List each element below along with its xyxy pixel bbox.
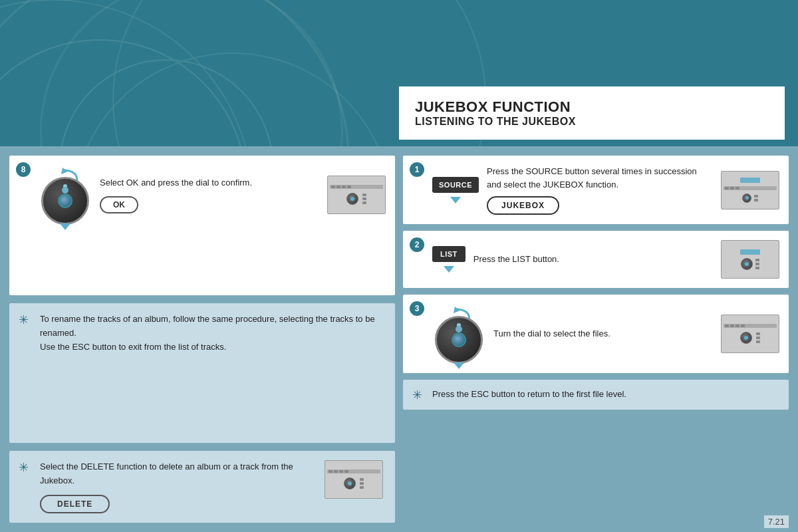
step-3-text: Turn the dial to select the files. (493, 327, 713, 340)
d-btn-1 (725, 187, 729, 190)
d-btn-5 (754, 199, 758, 201)
svg-point-3 (73, 53, 392, 146)
tip-1-text: To rename the tracks of an album, follow… (40, 313, 383, 354)
d-btn-9 (725, 325, 729, 327)
step-1-device (721, 171, 779, 209)
step-3-dial (435, 316, 483, 364)
device-right-btn-2 (362, 198, 366, 200)
tip-1-icon: ✳ (19, 313, 29, 327)
left-column: 8 Select OK and press the dial to confi (9, 156, 395, 523)
device-btn-8 (344, 470, 348, 473)
tip-2-content-area: Select the DELETE function to delete an … (40, 460, 317, 513)
step-3-content: Turn the dial to select the files. (432, 304, 779, 364)
device-right-btn-1 (362, 194, 366, 196)
tip-2-card: ✳ Select the DELETE function to delete a… (9, 451, 395, 523)
device-btn-3 (342, 186, 346, 188)
step-8-badge: 8 (16, 162, 31, 177)
tip-2-device (325, 460, 383, 499)
device-buttons-col-2 (360, 478, 364, 489)
tip-3-card: ✳ Press the ESC button to return to the … (403, 380, 789, 410)
step-8-dial-container (39, 165, 92, 225)
svg-marker-6 (454, 307, 460, 313)
device-buttons-col (362, 194, 366, 204)
device-btn-2 (336, 186, 340, 188)
dial-knob (41, 177, 89, 225)
device-btn-6 (334, 470, 338, 473)
device-screen-2 (740, 249, 760, 255)
device-right-btn-3 (362, 201, 366, 204)
step-8-text: Select OK and press the dial to confirm. (100, 176, 319, 190)
d-btn-14 (756, 336, 760, 339)
page-number: 7.21 (764, 515, 789, 528)
source-button: SOURCE (432, 177, 479, 193)
d-btn-col-5 (756, 332, 760, 343)
step-8-device (327, 176, 386, 214)
device-lower-2 (741, 258, 759, 270)
step-2-list-area: LIST (432, 246, 466, 273)
device-top-row-2 (327, 469, 380, 473)
device-lower (742, 194, 758, 203)
tip-3-text: Press the ESC button to return to the fi… (432, 388, 626, 402)
svg-point-2 (0, 0, 253, 146)
d-btn-10 (730, 325, 734, 327)
step-3-device (721, 315, 779, 353)
device-btn-1 (331, 186, 335, 188)
step-2-text: Press the LIST button. (473, 253, 713, 266)
d-btn-col-3 (754, 195, 758, 201)
d-btn-4 (754, 195, 758, 198)
step-1-text: Press the SOURCE button several times in… (487, 165, 713, 191)
d-btn-7 (755, 263, 759, 265)
d-btn-2 (730, 187, 734, 190)
svg-marker-5 (61, 168, 68, 174)
device-dial (346, 193, 358, 205)
step-2-device (721, 240, 779, 279)
delete-button-label: DELETE (40, 495, 110, 513)
tip-2-text: Select the DELETE function to delete an … (40, 460, 317, 488)
step-8-card: 8 Select OK and press the dial to confi (9, 156, 395, 295)
d-btn-6 (755, 259, 759, 261)
title-box: JUKEBOX FUNCTION LISTENING TO THE JUKEBO… (399, 86, 785, 140)
device-btn-7 (339, 470, 343, 473)
device-btn-5 (329, 470, 332, 473)
d-btn-11 (735, 325, 739, 327)
step-8-text-area: Select OK and press the dial to confirm.… (100, 176, 319, 213)
step-2-badge: 2 (410, 237, 424, 252)
d-dial-4 (741, 258, 753, 270)
list-up-arrow (444, 266, 454, 273)
device-mid-row (346, 193, 366, 205)
d-btn-col-4 (755, 259, 759, 269)
step-1-badge: 1 (410, 162, 424, 177)
svg-point-0 (0, 40, 246, 146)
device-btn-4 (347, 186, 351, 188)
d-dial-3 (742, 194, 751, 203)
step-3-badge: 3 (410, 301, 424, 316)
tip-2-icon: ✳ (19, 460, 29, 475)
tip-1-card: ✳ To rename the tracks of an album, foll… (9, 303, 395, 443)
content-area: 8 Select OK and press the dial to confi (0, 146, 798, 532)
page-title-sub: LISTENING TO THE JUKEBOX (415, 116, 769, 128)
up-arrow-icon (60, 223, 70, 230)
jukebox-label: JUKEBOX (487, 196, 559, 215)
source-up-arrow (450, 197, 461, 203)
step-3-up-arrow (454, 362, 464, 369)
d-btn-8 (755, 267, 759, 269)
list-button: LIST (432, 246, 466, 262)
device-row-4 (724, 324, 777, 328)
d-btn-12 (741, 325, 745, 327)
device-right-btn-4 (360, 478, 364, 481)
step-1-content: SOURCE Press the SOURCE button several t… (432, 165, 779, 215)
step-3-dial-container (432, 304, 485, 364)
step-3-card: 3 Turn the dial to select the files. (403, 295, 789, 373)
step-1-card: 1 SOURCE Press the SOURCE button several… (403, 156, 789, 224)
step-8-content: Select OK and press the dial to confirm.… (39, 165, 386, 225)
ok-button-label: OK (100, 196, 138, 213)
tip-3-icon: ✳ (412, 388, 422, 402)
page-title-main: JUKEBOX FUNCTION (415, 98, 769, 116)
device-screen (740, 178, 760, 183)
d-dial-5 (740, 332, 752, 344)
tip-1-content: To rename the tracks of an album, follow… (40, 314, 375, 352)
device-top-row (330, 185, 383, 189)
d-btn-13 (756, 332, 760, 335)
right-column: 1 SOURCE Press the SOURCE button several… (403, 156, 789, 523)
device-row-3 (724, 186, 777, 190)
